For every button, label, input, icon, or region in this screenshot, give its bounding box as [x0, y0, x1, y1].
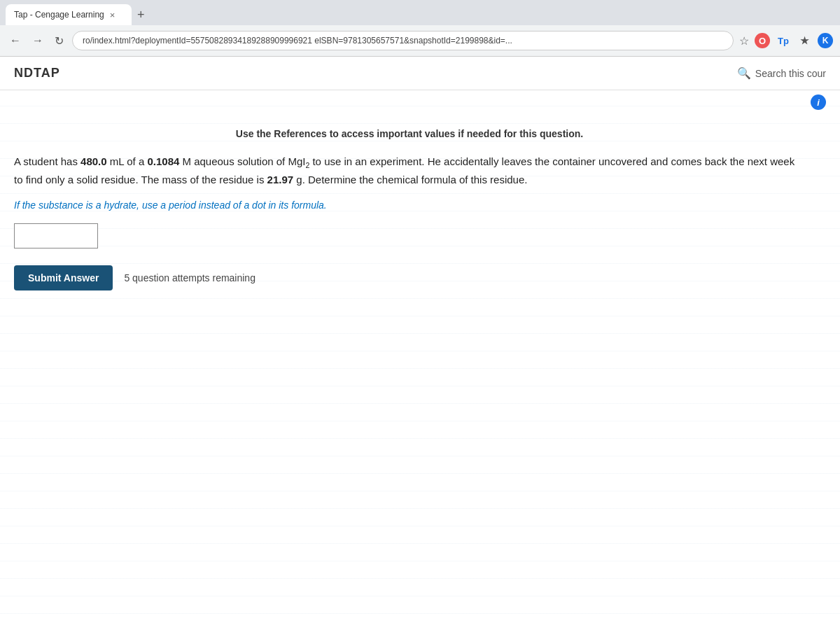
url-text: ro/index.html?deploymentId=5575082893418…: [83, 36, 512, 46]
address-bar[interactable]: ro/index.html?deploymentId=5575082893418…: [72, 31, 734, 50]
answer-input[interactable]: [14, 223, 98, 248]
reload-button[interactable]: ↻: [52, 31, 66, 50]
user-account-icon[interactable]: K: [818, 33, 833, 48]
forward-button[interactable]: →: [29, 31, 46, 50]
subscript-2: 2: [305, 161, 309, 169]
search-this-course-button[interactable]: 🔍 Search this cour: [737, 66, 826, 80]
star-icon[interactable]: ☆: [739, 34, 749, 48]
references-note: Use the References to access important v…: [14, 128, 805, 139]
page-content: NDTAP 🔍 Search this cour i Use the Refer…: [0, 57, 840, 630]
question-body: A student has 480.0 mL of a 0.1084 M aqu…: [14, 153, 805, 188]
browser-chrome: Tap - Cengage Learning × + ← → ↻ ro/inde…: [0, 0, 840, 57]
browser-icons: ☆ O Tр ★ K: [739, 33, 833, 48]
submit-answer-button[interactable]: Submit Answer: [14, 265, 113, 290]
submit-row: Submit Answer 5 question attempts remain…: [14, 265, 805, 290]
info-icon-row: i: [0, 90, 840, 114]
question-area: Use the References to access important v…: [0, 114, 826, 304]
info-button[interactable]: i: [811, 94, 826, 110]
new-tab-button[interactable]: +: [137, 8, 145, 21]
tab-close-button[interactable]: ×: [110, 10, 115, 20]
mass-value: 21.97: [267, 174, 294, 186]
extensions-icon[interactable]: ★: [797, 33, 812, 48]
hydrate-note: If the substance is a hydrate, use a per…: [14, 200, 805, 211]
ndtap-header: NDTAP 🔍 Search this cour: [0, 57, 840, 90]
attempts-remaining: 5 question attempts remaining: [124, 272, 255, 284]
tab-title: Tap - Cengage Learning: [14, 10, 104, 20]
opera-icon[interactable]: O: [755, 33, 770, 48]
browser-tab[interactable]: Tap - Cengage Learning ×: [6, 4, 132, 25]
ndtap-logo: NDTAP: [14, 66, 60, 80]
back-button[interactable]: ←: [7, 31, 24, 50]
volume-value: 480.0: [80, 155, 107, 167]
translate-icon[interactable]: Tр: [776, 33, 791, 48]
search-icon: 🔍: [737, 66, 751, 80]
tab-bar: Tap - Cengage Learning × +: [0, 0, 840, 25]
molarity-value: 0.1084: [147, 155, 179, 167]
address-bar-row: ← → ↻ ro/index.html?deploymentId=5575082…: [0, 25, 840, 56]
search-label: Search this cour: [755, 68, 826, 79]
